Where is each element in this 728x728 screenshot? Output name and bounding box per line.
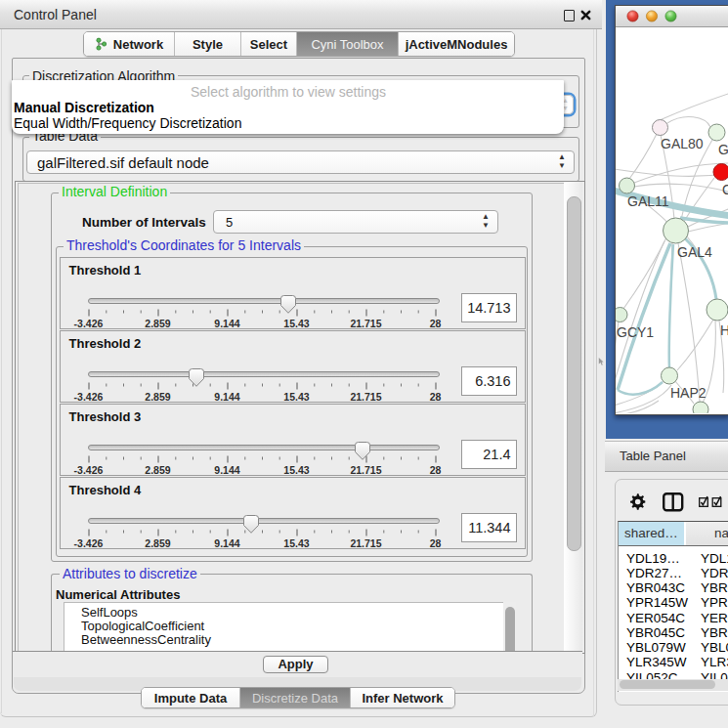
svg-text:GCY1: GCY1 [617,324,654,340]
svg-text:GAL11: GAL11 [627,193,669,209]
svg-text:GAL80: GAL80 [661,136,704,151]
svg-text:G: G [718,142,728,157]
svg-text:GAL4: GAL4 [677,244,712,260]
svg-text:C: C [722,182,728,197]
svg-text:H: H [720,322,728,338]
svg-text:HAP2: HAP2 [670,385,707,401]
